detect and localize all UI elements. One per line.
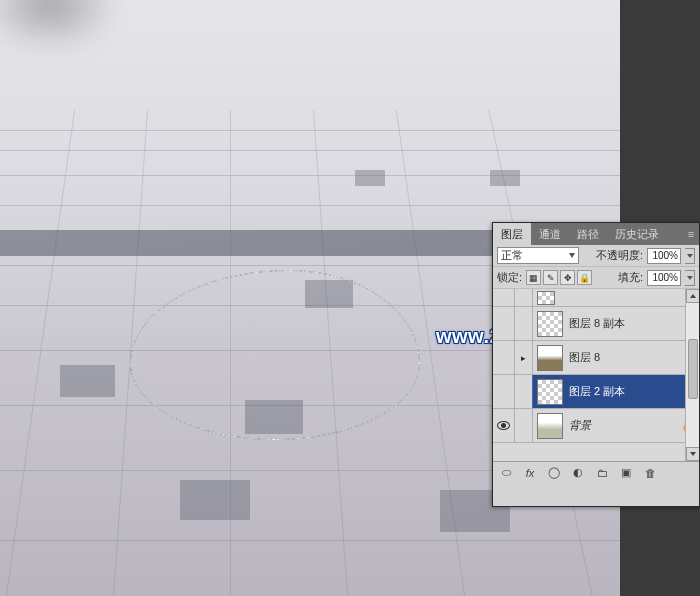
link-col[interactable] bbox=[515, 289, 533, 306]
layer-row[interactable]: ▸ 图层 8 bbox=[493, 341, 699, 375]
layer-thumb bbox=[537, 345, 563, 371]
mask-icon[interactable]: ◯ bbox=[545, 465, 563, 481]
fill-input[interactable]: 100% bbox=[647, 270, 681, 286]
scroll-thumb[interactable] bbox=[688, 339, 698, 399]
lock-transparency-icon[interactable]: ▦ bbox=[526, 270, 541, 285]
fx-icon[interactable]: fx bbox=[521, 465, 539, 481]
layer-thumb bbox=[537, 291, 555, 305]
panel-menu-icon[interactable]: ≡ bbox=[683, 223, 699, 245]
visibility-toggle[interactable] bbox=[493, 289, 515, 306]
visibility-toggle[interactable] bbox=[493, 409, 515, 442]
blend-mode-value: 正常 bbox=[501, 248, 523, 263]
link-col[interactable]: ▸ bbox=[515, 341, 533, 374]
layer-thumb bbox=[537, 379, 563, 405]
lock-label: 锁定: bbox=[497, 270, 522, 285]
visibility-toggle[interactable] bbox=[493, 307, 515, 340]
panel-tabs: 图层 通道 路径 历史记录 ≡ bbox=[493, 223, 699, 245]
scroll-down-button[interactable] bbox=[686, 447, 699, 461]
visibility-toggle[interactable] bbox=[493, 341, 515, 374]
link-col[interactable] bbox=[515, 409, 533, 442]
group-icon[interactable]: 🗀 bbox=[593, 465, 611, 481]
lock-paint-icon[interactable]: ✎ bbox=[543, 270, 558, 285]
lock-position-icon[interactable]: ✥ bbox=[560, 270, 575, 285]
adjustment-icon[interactable]: ◐ bbox=[569, 465, 587, 481]
tab-paths[interactable]: 路径 bbox=[569, 223, 607, 245]
lock-row: 锁定: ▦ ✎ ✥ 🔒 填充: 100% bbox=[493, 267, 699, 289]
layers-scrollbar[interactable] bbox=[685, 289, 699, 461]
panel-footer: ⬭ fx ◯ ◐ 🗀 ▣ 🗑 bbox=[493, 461, 699, 483]
trash-icon[interactable]: 🗑 bbox=[641, 465, 659, 481]
layer-name: 图层 2 副本 bbox=[569, 384, 625, 399]
opacity-label: 不透明度: bbox=[596, 248, 643, 263]
new-layer-icon[interactable]: ▣ bbox=[617, 465, 635, 481]
link-col[interactable] bbox=[515, 307, 533, 340]
opacity-input[interactable]: 100% bbox=[647, 248, 681, 264]
layer-name: 图层 8 副本 bbox=[569, 316, 625, 331]
tab-layers[interactable]: 图层 bbox=[493, 223, 531, 245]
blend-mode-select[interactable]: 正常 bbox=[497, 247, 579, 264]
link-col[interactable] bbox=[515, 375, 533, 408]
lock-all-icon[interactable]: 🔒 bbox=[577, 270, 592, 285]
layer-thumb bbox=[537, 311, 563, 337]
tab-channels[interactable]: 通道 bbox=[531, 223, 569, 245]
layers-panel: 图层 通道 路径 历史记录 ≡ 正常 不透明度: 100% 锁定: ▦ ✎ ✥ … bbox=[492, 222, 700, 507]
scroll-up-button[interactable] bbox=[686, 289, 699, 303]
blend-row: 正常 不透明度: 100% bbox=[493, 245, 699, 267]
layer-thumb bbox=[537, 413, 563, 439]
layer-name: 图层 8 bbox=[569, 350, 600, 365]
fill-label: 填充: bbox=[618, 270, 643, 285]
layer-list: 图层 8 副本 ▸ 图层 8 图层 2 副本 背景 🔒 bbox=[493, 289, 699, 461]
layer-row-selected[interactable]: 图层 2 副本 bbox=[493, 375, 699, 409]
layer-row-background[interactable]: 背景 🔒 bbox=[493, 409, 699, 443]
eye-icon bbox=[497, 421, 510, 430]
link-layers-icon[interactable]: ⬭ bbox=[497, 465, 515, 481]
blur-artifact bbox=[0, 0, 120, 50]
fill-stepper[interactable] bbox=[685, 270, 695, 286]
visibility-toggle[interactable] bbox=[493, 375, 515, 408]
opacity-stepper[interactable] bbox=[685, 248, 695, 264]
layer-name: 背景 bbox=[569, 418, 591, 433]
tab-history[interactable]: 历史记录 bbox=[607, 223, 667, 245]
layer-row[interactable]: 图层 8 副本 bbox=[493, 307, 699, 341]
layer-row-extra[interactable] bbox=[493, 289, 699, 307]
